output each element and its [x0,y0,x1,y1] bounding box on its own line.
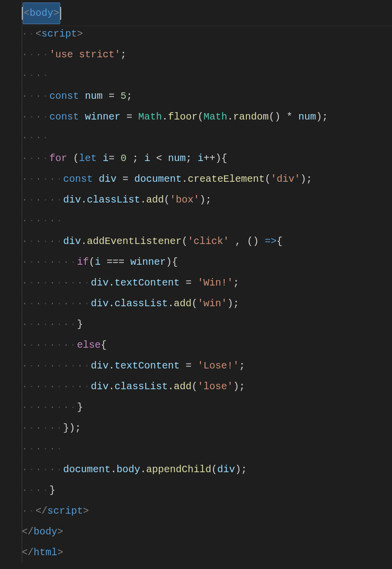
tag-bracket: </ [36,501,47,522]
operator: ++ [203,148,215,169]
method: add [146,190,164,210]
tag-bracket: > [57,542,63,563]
tag-name: body [34,522,57,542]
code-line[interactable]: ········if(i === winner){ [22,252,392,273]
string-literal: 'use strict' [49,44,120,65]
code-line[interactable]: ········} [22,314,392,335]
operator: = [109,86,115,107]
operator: === [107,252,124,273]
tag-bracket: > [57,522,63,542]
code-line[interactable]: <body> [22,3,392,24]
tag-bracket: < [24,7,30,19]
string-literal: 'box' [170,190,199,210]
tag-bracket: </ [22,522,34,542]
variable: div [91,376,109,397]
variable: div [91,356,109,376]
operator: = [126,107,132,127]
method: floor [168,107,197,127]
string-literal: 'div' [271,169,300,190]
code-line[interactable]: ··········div.textContent = 'Win!'; [22,273,392,293]
variable: i [197,148,203,169]
method: random [233,107,269,127]
brace: } [63,418,69,439]
code-line[interactable]: ···· [22,65,392,86]
code-line[interactable]: ····'use strict'; [22,44,392,65]
variable: i [144,148,150,169]
number-literal: 0 [120,148,126,169]
code-line[interactable]: ····for (let i= 0 ; i < num; i++){ [22,148,392,169]
code-line[interactable]: ····const num = 5; [22,86,392,107]
brace: } [77,314,83,335]
code-line[interactable]: ···· [22,127,392,148]
semicolon: ; [120,44,126,65]
variable: num [298,107,316,127]
code-line[interactable]: ··</script> [22,501,392,522]
semicolon: ; [126,86,132,107]
method: createElement [188,169,265,190]
tag-bracket: > [77,24,83,44]
string-literal: 'click' [188,231,229,252]
class-name: Math [203,107,227,127]
code-line[interactable]: ········} [22,397,392,418]
tag-name: body [30,7,53,19]
code-line[interactable]: ··········div.classList.add('win'); [22,293,392,314]
code-line[interactable]: </body> [22,522,392,542]
variable: div [63,190,81,210]
property: classList [87,190,140,210]
variable: div [99,169,117,190]
brace: } [49,480,55,501]
code-line[interactable]: ······}); [22,418,392,439]
keyword: for [49,148,67,169]
code-line[interactable]: ······document.body.appendChild(div); [22,459,392,480]
method: appendChild [146,459,211,480]
tag-name: html [34,542,57,563]
method: addEventListener [87,231,182,252]
property: textContent [115,356,180,376]
method: add [174,293,192,314]
variable: div [91,273,109,293]
keyword: const [63,169,93,190]
keyword: else [77,335,101,356]
code-line[interactable]: </html> [22,542,392,563]
string-literal: 'Lose!' [197,356,239,376]
keyword: let [79,148,97,169]
variable: num [168,148,186,169]
variable: i [95,252,101,273]
string-literal: 'win' [197,293,227,314]
number-literal: 5 [120,86,126,107]
arrow: => [265,231,276,252]
tag-bracket: > [53,7,59,19]
property: classList [115,293,168,314]
string-literal: 'lose' [197,376,233,397]
property: classList [115,376,168,397]
code-line[interactable]: ······div.addEventListener('click' , () … [22,231,392,252]
code-line[interactable]: ··········div.classList.add('lose'); [22,376,392,397]
code-line[interactable]: ········else{ [22,335,392,356]
property: textContent [115,273,180,293]
object: document [63,459,111,480]
variable: num [85,86,103,107]
code-line[interactable]: ··········div.textContent = 'Lose!'; [22,356,392,376]
tag-bracket: > [83,501,89,522]
variable: winner [85,107,120,127]
variable: winner [130,252,166,273]
tag-bracket: </ [22,542,34,563]
tag-name: script [41,24,77,44]
cursor [60,7,61,20]
string-literal: 'Win!' [197,273,233,293]
code-line[interactable]: ····} [22,480,392,501]
class-name: Math [138,107,162,127]
code-line[interactable]: ······ [22,439,392,459]
keyword: if [77,252,89,273]
code-editor[interactable]: <body> ··<script> ····'use strict'; ····… [0,0,392,563]
code-line[interactable]: ······const div = document.createElement… [22,169,392,190]
semicolon: ; [322,107,328,127]
keyword: const [49,107,79,127]
keyword: const [49,86,79,107]
code-line[interactable]: ····const winner = Math.floor(Math.rando… [22,107,392,127]
variable: div [63,231,81,252]
tag-bracket: < [36,24,41,44]
code-line[interactable]: ······div.classList.add('box'); [22,190,392,210]
code-line[interactable]: ··<script> [22,24,392,44]
code-line[interactable]: ······ [22,210,392,231]
